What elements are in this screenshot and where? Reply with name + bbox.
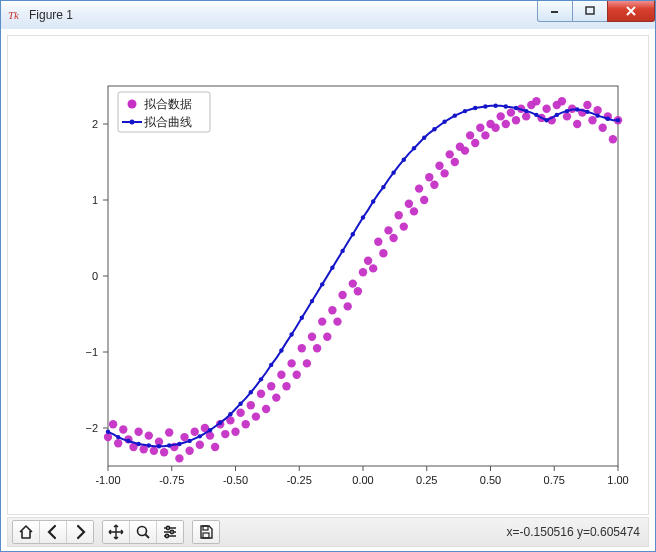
nav-toolbar: x=-0.150516 y=0.605474 [7,517,649,547]
svg-point-63 [262,405,270,413]
svg-point-69 [293,371,301,379]
svg-point-48 [185,447,193,455]
svg-point-96 [430,181,438,189]
svg-point-104 [471,139,479,147]
svg-point-106 [481,131,489,139]
svg-point-68 [287,359,295,367]
svg-point-94 [420,196,428,204]
svg-point-146 [238,401,242,405]
minimize-button[interactable] [537,1,573,22]
svg-point-178 [565,109,569,113]
svg-point-103 [466,131,474,139]
svg-text:1: 1 [92,194,98,206]
back-button[interactable] [39,521,66,543]
svg-point-187 [130,120,135,125]
svg-point-175 [534,113,538,117]
home-button[interactable] [13,521,39,543]
svg-point-111 [507,108,515,116]
svg-point-102 [461,146,469,154]
svg-point-98 [440,169,448,177]
configure-button[interactable] [156,521,183,543]
svg-point-142 [198,434,202,438]
svg-point-65 [272,393,280,401]
svg-point-70 [298,344,306,352]
close-button[interactable] [607,1,655,22]
svg-point-38 [134,428,142,436]
svg-point-46 [175,454,183,462]
svg-point-183 [616,118,620,122]
svg-point-167 [453,113,457,117]
svg-point-156 [340,249,344,253]
svg-point-135 [126,439,130,443]
svg-point-58 [236,409,244,417]
svg-point-50 [196,441,204,449]
plot-svg: -1.00-0.75-0.50-0.250.000.250.500.751.00… [8,36,648,514]
tk-icon: Tk [7,7,23,23]
svg-point-55 [221,430,229,438]
svg-point-72 [308,333,316,341]
title-bar[interactable]: Tk Figure 1 [1,1,655,30]
svg-text:−1: −1 [85,346,98,358]
svg-point-154 [320,282,324,286]
zoom-button[interactable] [129,521,156,543]
svg-point-121 [558,97,566,105]
svg-point-165 [432,127,436,131]
svg-text:-0.25: -0.25 [287,474,312,486]
svg-point-87 [384,226,392,234]
svg-point-118 [542,105,550,113]
svg-point-145 [228,412,232,416]
svg-point-150 [279,348,283,352]
svg-point-163 [412,146,416,150]
svg-point-131 [609,135,617,143]
svg-text:−2: −2 [85,422,98,434]
svg-point-80 [349,279,357,287]
svg-point-82 [359,268,367,276]
svg-point-158 [361,215,365,219]
svg-point-44 [165,428,173,436]
svg-point-140 [177,442,181,446]
save-button[interactable] [193,521,219,543]
svg-point-134 [116,435,120,439]
svg-point-83 [364,257,372,265]
svg-point-157 [351,232,355,236]
svg-point-35 [119,425,127,433]
svg-point-164 [422,135,426,139]
svg-point-73 [313,344,321,352]
svg-point-153 [310,299,314,303]
svg-point-77 [333,317,341,325]
maximize-button[interactable] [572,1,608,22]
svg-point-108 [491,124,499,132]
svg-point-147 [249,390,253,394]
svg-point-39 [140,445,148,453]
svg-point-172 [504,104,508,108]
svg-point-76 [328,306,336,314]
svg-text:2: 2 [92,118,98,130]
svg-point-89 [395,211,403,219]
svg-point-79 [344,302,352,310]
svg-point-161 [391,170,395,174]
svg-point-93 [415,184,423,192]
svg-point-133 [106,430,110,434]
svg-point-86 [379,249,387,257]
svg-point-126 [583,101,591,109]
svg-text:0.25: 0.25 [416,474,437,486]
svg-point-180 [585,110,589,114]
svg-point-143 [208,428,212,432]
figure-canvas[interactable]: -1.00-0.75-0.50-0.250.000.250.500.751.00… [7,35,649,515]
svg-point-112 [512,116,520,124]
svg-point-47 [180,433,188,441]
svg-rect-196 [203,526,208,530]
legend-line-label: 拟合曲线 [144,115,192,129]
svg-point-182 [606,116,610,120]
pan-button[interactable] [103,521,129,543]
svg-point-75 [323,333,331,341]
svg-point-61 [252,412,260,420]
svg-point-137 [147,443,151,447]
svg-point-139 [167,443,171,447]
svg-point-155 [330,265,334,269]
svg-point-40 [145,431,153,439]
svg-point-60 [247,401,255,409]
svg-point-88 [389,234,397,242]
forward-button[interactable] [66,521,93,543]
svg-point-110 [502,120,510,128]
